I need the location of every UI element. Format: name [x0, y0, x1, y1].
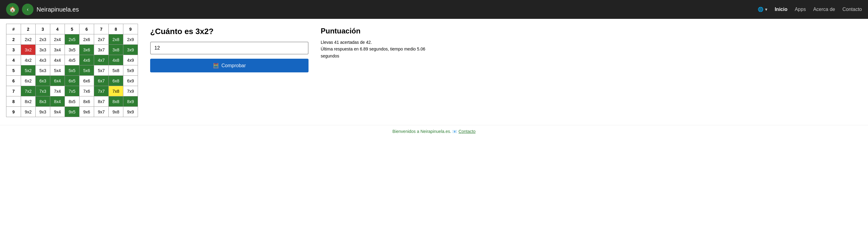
cell-8-4[interactable]: 8x4: [50, 96, 65, 107]
cell-3-5[interactable]: 3x5: [65, 45, 80, 55]
answer-input[interactable]: [150, 42, 309, 55]
cell-9-7[interactable]: 9x7: [94, 107, 109, 117]
col-header-4: 4: [50, 24, 65, 34]
check-button-label: Comprobar: [221, 63, 246, 68]
cell-9-8[interactable]: 9x8: [109, 107, 123, 117]
cell-3-7[interactable]: 3x7: [94, 45, 109, 55]
cell-6-9[interactable]: 6x9: [123, 76, 138, 86]
cell-7-9[interactable]: 7x9: [123, 86, 138, 96]
cell-9-2[interactable]: 9x2: [21, 107, 36, 117]
nav-apps[interactable]: Apps: [795, 7, 806, 12]
row-header-7: 7: [6, 86, 21, 96]
cell-7-5[interactable]: 7x5: [65, 86, 80, 96]
col-header-8: 8: [109, 24, 123, 34]
cell-3-3[interactable]: 3x3: [36, 45, 50, 55]
language-button[interactable]: 🌐 ▾: [758, 7, 767, 12]
cell-7-6[interactable]: 7x6: [80, 86, 94, 96]
mail-icon: 📧: [452, 129, 457, 134]
cell-5-9[interactable]: 5x9: [123, 65, 138, 76]
site-title: Neirapinuela.es: [36, 6, 79, 13]
navbar-right: 🌐 ▾ Inicio Apps Acerca de Contacto: [758, 7, 862, 12]
cell-2-5[interactable]: 2x5: [65, 34, 80, 45]
table-header-row: # 2 3 4 5 6 7 8 9: [6, 24, 138, 34]
col-header-2: 2: [21, 24, 36, 34]
cell-9-9[interactable]: 9x9: [123, 107, 138, 117]
cell-7-4[interactable]: 7x4: [50, 86, 65, 96]
cell-8-3[interactable]: 8x3: [36, 96, 50, 107]
col-header-7: 7: [94, 24, 109, 34]
cell-3-2[interactable]: 3x2: [21, 45, 36, 55]
cell-5-5[interactable]: 5x5: [65, 65, 80, 76]
navbar: 🏠 ‹ Neirapinuela.es 🌐 ▾ Inicio Apps Acer…: [0, 0, 868, 19]
back-button[interactable]: ‹: [22, 4, 33, 15]
cell-5-2[interactable]: 5x2: [21, 65, 36, 76]
cell-2-4[interactable]: 2x4: [50, 34, 65, 45]
col-header-3: 3: [36, 24, 50, 34]
cell-2-6[interactable]: 2x6: [80, 34, 94, 45]
nav-acerca[interactable]: Acerca de: [813, 7, 835, 12]
table-row: 77x27x37x47x57x67x77x87x9: [6, 86, 138, 96]
cell-8-2[interactable]: 8x2: [21, 96, 36, 107]
nav-inicio[interactable]: Inicio: [775, 7, 787, 12]
cell-4-3[interactable]: 4x3: [36, 55, 50, 65]
row-header-5: 5: [6, 65, 21, 76]
col-header-5: 5: [65, 24, 80, 34]
cell-4-7[interactable]: 4x7: [94, 55, 109, 65]
cell-4-2[interactable]: 4x2: [21, 55, 36, 65]
cell-6-5[interactable]: 6x5: [65, 76, 80, 86]
cell-9-4[interactable]: 9x4: [50, 107, 65, 117]
cell-2-7[interactable]: 2x7: [94, 34, 109, 45]
cell-5-4[interactable]: 5x4: [50, 65, 65, 76]
cell-4-9[interactable]: 4x9: [123, 55, 138, 65]
cell-3-4[interactable]: 3x4: [50, 45, 65, 55]
multiplication-table: # 2 3 4 5 6 7 8 9 22x22x32x42x52x62x72x8…: [6, 24, 138, 117]
cell-9-5[interactable]: 9x5: [65, 107, 80, 117]
row-header-3: 3: [6, 45, 21, 55]
cell-5-3[interactable]: 5x3: [36, 65, 50, 76]
cell-4-5[interactable]: 4x5: [65, 55, 80, 65]
cell-5-7[interactable]: 5x7: [94, 65, 109, 76]
cell-9-3[interactable]: 9x3: [36, 107, 50, 117]
table-row: 99x29x39x49x59x69x79x89x9: [6, 107, 138, 117]
cell-5-8[interactable]: 5x8: [109, 65, 123, 76]
col-header-9: 9: [123, 24, 138, 34]
nav-contacto[interactable]: Contacto: [842, 7, 862, 12]
row-header-8: 8: [6, 96, 21, 107]
cell-6-3[interactable]: 6x3: [36, 76, 50, 86]
cell-6-7[interactable]: 6x7: [94, 76, 109, 86]
cell-2-8[interactable]: 2x8: [109, 34, 123, 45]
cell-4-6[interactable]: 4x6: [80, 55, 94, 65]
cell-9-6[interactable]: 9x6: [80, 107, 94, 117]
cell-8-6[interactable]: 8x6: [80, 96, 94, 107]
cell-7-8[interactable]: 7x8: [109, 86, 123, 96]
cell-6-6[interactable]: 6x6: [80, 76, 94, 86]
cell-5-6[interactable]: 5x6: [80, 65, 94, 76]
footer-contact-link[interactable]: Contacto: [458, 129, 475, 134]
cell-6-4[interactable]: 6x4: [50, 76, 65, 86]
cell-7-2[interactable]: 7x2: [21, 86, 36, 96]
cell-4-4[interactable]: 4x4: [50, 55, 65, 65]
cell-3-9[interactable]: 3x9: [123, 45, 138, 55]
cell-2-9[interactable]: 2x9: [123, 34, 138, 45]
table-row: 55x25x35x45x55x65x75x85x9: [6, 65, 138, 76]
cell-7-3[interactable]: 7x3: [36, 86, 50, 96]
table-row: 33x23x33x43x53x63x73x83x9: [6, 45, 138, 55]
cell-8-9[interactable]: 8x9: [123, 96, 138, 107]
table-row: 22x22x32x42x52x62x72x82x9: [6, 34, 138, 45]
home-button[interactable]: 🏠: [6, 3, 19, 16]
cell-2-3[interactable]: 2x3: [36, 34, 50, 45]
cell-8-8[interactable]: 8x8: [109, 96, 123, 107]
score-area: Puntuación Llevas 41 acertadas de 42. Úl…: [321, 24, 430, 117]
cell-8-7[interactable]: 8x7: [94, 96, 109, 107]
cell-6-8[interactable]: 6x8: [109, 76, 123, 86]
cell-2-2[interactable]: 2x2: [21, 34, 36, 45]
table-row: 88x28x38x48x58x68x78x88x9: [6, 96, 138, 107]
check-button[interactable]: 🧮 Comprobar: [150, 59, 309, 72]
col-header-hash: #: [6, 24, 21, 34]
cell-3-6[interactable]: 3x6: [80, 45, 94, 55]
cell-4-8[interactable]: 4x8: [109, 55, 123, 65]
cell-3-8[interactable]: 3x8: [109, 45, 123, 55]
cell-8-5[interactable]: 8x5: [65, 96, 80, 107]
cell-6-2[interactable]: 6x2: [21, 76, 36, 86]
cell-7-7[interactable]: 7x7: [94, 86, 109, 96]
